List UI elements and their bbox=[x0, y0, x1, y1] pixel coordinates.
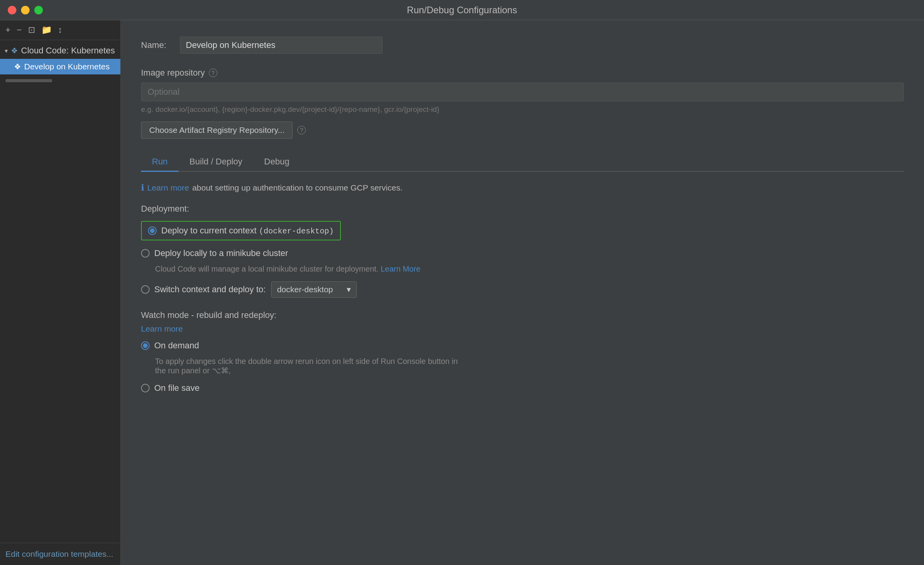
image-repo-help-icon[interactable]: ? bbox=[209, 69, 217, 77]
add-config-button[interactable]: + bbox=[5, 25, 11, 35]
traffic-lights bbox=[8, 6, 43, 14]
deploy-minikube-option[interactable]: Deploy locally to a minikube cluster bbox=[141, 248, 904, 258]
chevron-down-icon: ▾ bbox=[347, 285, 351, 294]
maximize-button[interactable] bbox=[34, 6, 43, 14]
switch-context-row: Switch context and deploy to: docker-des… bbox=[141, 281, 904, 298]
choose-btn-row: Choose Artifact Registry Repository... ? bbox=[141, 122, 904, 139]
minikube-learn-more-link[interactable]: Learn More bbox=[381, 265, 420, 273]
info-icon: ℹ bbox=[141, 183, 144, 193]
window-title: Run/Debug Configurations bbox=[407, 5, 517, 16]
watch-mode-label: Watch mode - rebuild and redeploy: bbox=[141, 310, 904, 320]
watch-learn-more-link[interactable]: Learn more bbox=[141, 324, 904, 334]
on-demand-radio[interactable] bbox=[141, 341, 150, 350]
sidebar-group-header[interactable]: ▾ ❖ Cloud Code: Kubernetes bbox=[0, 42, 120, 59]
deploy-current-context-option[interactable]: Deploy to current context (docker-deskto… bbox=[141, 221, 341, 240]
image-repo-input[interactable] bbox=[141, 83, 904, 101]
minimize-button[interactable] bbox=[21, 6, 30, 14]
sort-button[interactable]: ↕ bbox=[58, 25, 62, 35]
remove-config-button[interactable]: − bbox=[17, 25, 22, 35]
switch-context-radio-option[interactable]: Switch context and deploy to: bbox=[141, 284, 266, 295]
on-file-save-option[interactable]: On file save bbox=[141, 383, 904, 393]
tab-debug[interactable]: Debug bbox=[253, 153, 300, 172]
on-demand-description: To apply changes click the double arrow … bbox=[155, 357, 467, 375]
image-repo-hint: e.g. docker.io/{account}, {region}-docke… bbox=[141, 105, 904, 114]
cloud-code-icon: ❖ bbox=[11, 46, 18, 55]
on-demand-label: On demand bbox=[154, 341, 199, 351]
switch-context-label: Switch context and deploy to: bbox=[154, 284, 266, 295]
image-repo-label: Image repository bbox=[141, 68, 205, 78]
choose-help-icon[interactable]: ? bbox=[297, 126, 306, 134]
sidebar-toolbar: + − ⊡ 📁 ↕ bbox=[0, 20, 120, 40]
sidebar-scrollbar[interactable] bbox=[5, 79, 52, 82]
sidebar-bottom: Edit configuration templates... bbox=[0, 543, 120, 565]
sidebar: + − ⊡ 📁 ↕ ▾ ❖ Cloud Code: Kubernetes ❖ D… bbox=[0, 20, 121, 565]
name-row: Name: bbox=[141, 37, 904, 54]
group-chevron-icon: ▾ bbox=[5, 47, 8, 55]
main-layout: + − ⊡ 📁 ↕ ▾ ❖ Cloud Code: Kubernetes ❖ D… bbox=[0, 20, 924, 565]
deploy-current-context-radio[interactable] bbox=[148, 226, 157, 235]
deploy-minikube-radio[interactable] bbox=[141, 249, 150, 258]
sidebar-group-label: Cloud Code: Kubernetes bbox=[21, 46, 115, 56]
on-demand-option[interactable]: On demand bbox=[141, 341, 904, 351]
image-repo-label-row: Image repository ? bbox=[141, 68, 904, 78]
on-file-save-label: On file save bbox=[154, 383, 199, 393]
context-dropdown[interactable]: docker-desktop ▾ bbox=[271, 281, 357, 298]
switch-context-radio[interactable] bbox=[141, 285, 150, 294]
tabs: Run Build / Deploy Debug bbox=[141, 153, 904, 172]
edit-templates-link[interactable]: Edit configuration templates... bbox=[5, 549, 113, 558]
context-dropdown-value: docker-desktop bbox=[277, 285, 333, 294]
develop-icon: ❖ bbox=[14, 62, 21, 71]
learn-more-row: ℹ Learn more about setting up authentica… bbox=[141, 183, 904, 193]
folder-button[interactable]: 📁 bbox=[41, 25, 52, 35]
choose-artifact-button[interactable]: Choose Artifact Registry Repository... bbox=[141, 122, 293, 139]
name-label: Name: bbox=[141, 40, 172, 50]
minikube-description: Cloud Code will manage a local minikube … bbox=[155, 265, 904, 274]
content-panel: Name: Image repository ? e.g. docker.io/… bbox=[121, 20, 924, 565]
on-file-save-radio[interactable] bbox=[141, 384, 150, 392]
learn-more-suffix: about setting up authentication to consu… bbox=[192, 183, 402, 192]
deploy-current-context-label: Deploy to current context (docker-deskto… bbox=[161, 226, 334, 236]
tab-run[interactable]: Run bbox=[141, 153, 178, 172]
deployment-label: Deployment: bbox=[141, 204, 904, 214]
sidebar-item-label: Develop on Kubernetes bbox=[24, 62, 110, 71]
copy-config-button[interactable]: ⊡ bbox=[28, 25, 35, 35]
close-button[interactable] bbox=[8, 6, 16, 14]
name-input[interactable] bbox=[180, 37, 383, 54]
sidebar-item-develop-kubernetes[interactable]: ❖ Develop on Kubernetes bbox=[0, 59, 120, 74]
sidebar-section: ▾ ❖ Cloud Code: Kubernetes ❖ Develop on … bbox=[0, 40, 120, 77]
learn-more-link[interactable]: Learn more bbox=[147, 183, 189, 192]
deploy-minikube-label: Deploy locally to a minikube cluster bbox=[154, 248, 288, 258]
tab-build-deploy[interactable]: Build / Deploy bbox=[178, 153, 253, 172]
titlebar: Run/Debug Configurations bbox=[0, 0, 924, 20]
